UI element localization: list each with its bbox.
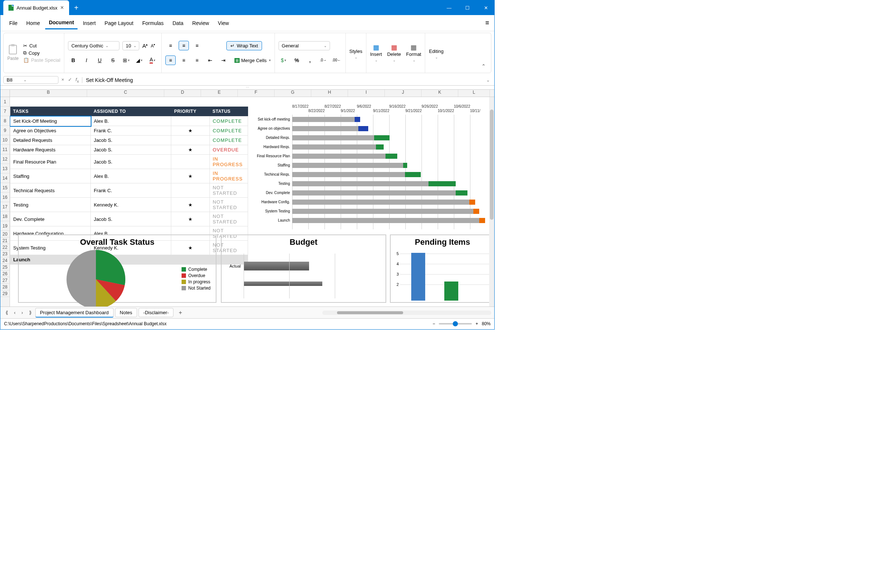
row-header[interactable]: 23 bbox=[0, 250, 9, 257]
align-right-button[interactable]: ≡ bbox=[192, 56, 202, 65]
accept-formula-icon[interactable]: ✓ bbox=[68, 77, 72, 83]
priority-cell[interactable]: ★ bbox=[171, 126, 210, 136]
fill-color-button[interactable]: ◢▾ bbox=[134, 56, 144, 65]
last-sheet-button[interactable]: ⟫ bbox=[27, 309, 34, 316]
task-name-cell[interactable]: Set Kick-Off Meeting bbox=[10, 117, 91, 126]
assignee-cell[interactable]: Jacob S. bbox=[91, 155, 171, 169]
decrease-decimal-button[interactable]: .00← bbox=[332, 56, 342, 65]
col-header-i[interactable]: I bbox=[348, 90, 385, 97]
add-sheet-button[interactable]: + bbox=[175, 308, 186, 318]
align-top-button[interactable]: ≡ bbox=[165, 41, 176, 50]
priority-cell[interactable]: ★ bbox=[171, 212, 210, 226]
sheet-tab-notes[interactable]: Notes bbox=[115, 308, 137, 317]
italic-button[interactable]: I bbox=[81, 56, 92, 65]
row-header[interactable]: 21 bbox=[0, 237, 9, 244]
paste-button[interactable]: Paste bbox=[8, 45, 19, 61]
new-tab-button[interactable]: + bbox=[74, 4, 79, 12]
sheet-content[interactable]: TASKS ASSIGNED TO PRIORITY STATUS Set Ki… bbox=[10, 97, 494, 306]
assignee-cell[interactable]: Jacob S. bbox=[91, 145, 171, 155]
paste-special-button[interactable]: 📋Paste Special bbox=[23, 57, 61, 64]
row-header[interactable]: 14 bbox=[0, 174, 9, 183]
first-sheet-button[interactable]: ⟪ bbox=[3, 309, 10, 316]
row-header[interactable]: 28 bbox=[0, 284, 9, 290]
next-sheet-button[interactable]: › bbox=[19, 309, 25, 316]
col-header-c[interactable]: C bbox=[87, 90, 164, 97]
increase-font-icon[interactable]: A▴ bbox=[142, 43, 148, 49]
minimize-button[interactable]: — bbox=[441, 0, 458, 15]
status-cell[interactable]: OVERDUE bbox=[210, 145, 248, 155]
col-header-f[interactable]: F bbox=[238, 90, 274, 97]
row-header[interactable]: 25 bbox=[0, 264, 9, 270]
zoom-in-button[interactable]: + bbox=[476, 321, 478, 326]
cancel-formula-icon[interactable]: × bbox=[62, 77, 64, 83]
table-row[interactable]: Final Resource Plan Jacob S. IN PROGRESS bbox=[10, 155, 248, 169]
row-header[interactable]: 22 bbox=[0, 244, 9, 250]
priority-cell[interactable] bbox=[171, 155, 210, 169]
bold-button[interactable]: B bbox=[68, 56, 78, 65]
menu-formulas[interactable]: Formulas bbox=[138, 17, 167, 29]
delete-cells-button[interactable]: ▦ Delete⌄ bbox=[387, 44, 401, 63]
cut-button[interactable]: ✂Cut bbox=[23, 42, 61, 49]
resize-handle[interactable]: ⋯ bbox=[0, 86, 494, 90]
task-name-cell[interactable]: Detailed Requests bbox=[10, 136, 91, 145]
name-box[interactable]: B8⌄ bbox=[3, 76, 58, 84]
align-center-button[interactable]: ≡ bbox=[178, 56, 189, 65]
row-header[interactable]: 20 bbox=[0, 231, 9, 237]
menu-file[interactable]: File bbox=[6, 17, 21, 29]
formula-input[interactable]: Set Kick-Off Meeting bbox=[82, 77, 483, 83]
row-header[interactable]: 9 bbox=[0, 126, 9, 135]
comma-button[interactable]: , bbox=[305, 56, 315, 65]
assignee-cell[interactable]: Frank C. bbox=[91, 126, 171, 136]
percent-button[interactable]: % bbox=[292, 56, 302, 65]
priority-cell[interactable]: ★ bbox=[171, 198, 210, 212]
sheet-tab-disclaimer[interactable]: -Disclaimer- bbox=[138, 308, 174, 317]
status-cell[interactable]: COMPLETE bbox=[210, 117, 248, 126]
select-all-corner[interactable] bbox=[0, 90, 10, 97]
close-window-button[interactable]: ✕ bbox=[477, 0, 494, 15]
copy-button[interactable]: ⧉Copy bbox=[23, 49, 61, 57]
currency-button[interactable]: $▾ bbox=[279, 56, 289, 65]
table-row[interactable]: Dev. Complete Jacob S. ★ NOT STARTED bbox=[10, 212, 248, 226]
status-cell[interactable]: NOT STARTED bbox=[210, 183, 248, 198]
assignee-cell[interactable]: Kennedy K. bbox=[91, 198, 171, 212]
status-cell[interactable]: IN PROGRESS bbox=[210, 169, 248, 183]
menu-page-layout[interactable]: Page Layout bbox=[101, 17, 137, 29]
row-header[interactable]: 26 bbox=[0, 270, 9, 277]
col-header-d[interactable]: D bbox=[164, 90, 201, 97]
row-header[interactable]: 17 bbox=[0, 202, 9, 212]
status-cell[interactable]: IN PROGRESS bbox=[210, 155, 248, 169]
col-header-k[interactable]: K bbox=[422, 90, 458, 97]
document-tab[interactable]: Annual Budget.xlsx × bbox=[3, 0, 69, 15]
zoom-level[interactable]: 80% bbox=[482, 321, 490, 326]
priority-cell[interactable]: ★ bbox=[171, 145, 210, 155]
zoom-slider-thumb[interactable] bbox=[453, 321, 458, 326]
menu-home[interactable]: Home bbox=[23, 17, 44, 29]
task-name-cell[interactable]: Dev. Complete bbox=[10, 212, 91, 226]
col-header-l[interactable]: L bbox=[458, 90, 490, 97]
increase-indent-button[interactable]: ⇥ bbox=[218, 56, 229, 65]
close-tab-icon[interactable]: × bbox=[60, 4, 64, 11]
col-header-b[interactable]: B bbox=[10, 90, 87, 97]
col-header-g[interactable]: G bbox=[274, 90, 311, 97]
format-cells-button[interactable]: ▦ Format⌄ bbox=[406, 44, 421, 63]
status-cell[interactable]: NOT STARTED bbox=[210, 198, 248, 212]
status-cell[interactable]: COMPLETE bbox=[210, 126, 248, 136]
row-header[interactable]: 27 bbox=[0, 277, 9, 284]
maximize-button[interactable]: ☐ bbox=[459, 0, 476, 15]
vertical-scrollbar[interactable] bbox=[489, 97, 494, 306]
table-row[interactable]: Detailed Requests Jacob S. COMPLETE bbox=[10, 136, 248, 145]
fx-icon[interactable]: fx bbox=[76, 77, 79, 83]
priority-cell[interactable] bbox=[171, 136, 210, 145]
number-format-select[interactable]: General⌄ bbox=[279, 41, 330, 50]
font-color-button[interactable]: A▾ bbox=[147, 56, 158, 65]
status-cell[interactable]: COMPLETE bbox=[210, 136, 248, 145]
task-name-cell[interactable]: Hardware Requests bbox=[10, 145, 91, 155]
table-row[interactable]: Staffing Alex B. ★ IN PROGRESS bbox=[10, 169, 248, 183]
horizontal-scrollbar[interactable] bbox=[322, 310, 491, 315]
menu-view[interactable]: View bbox=[214, 17, 232, 29]
sheet-tab-dashboard[interactable]: Project Management Dashboard bbox=[35, 308, 114, 318]
row-header[interactable]: 15 bbox=[0, 183, 9, 193]
row-header[interactable]: 24 bbox=[0, 257, 9, 264]
row-header[interactable]: 1 bbox=[0, 97, 9, 106]
menu-data[interactable]: Data bbox=[169, 17, 187, 29]
